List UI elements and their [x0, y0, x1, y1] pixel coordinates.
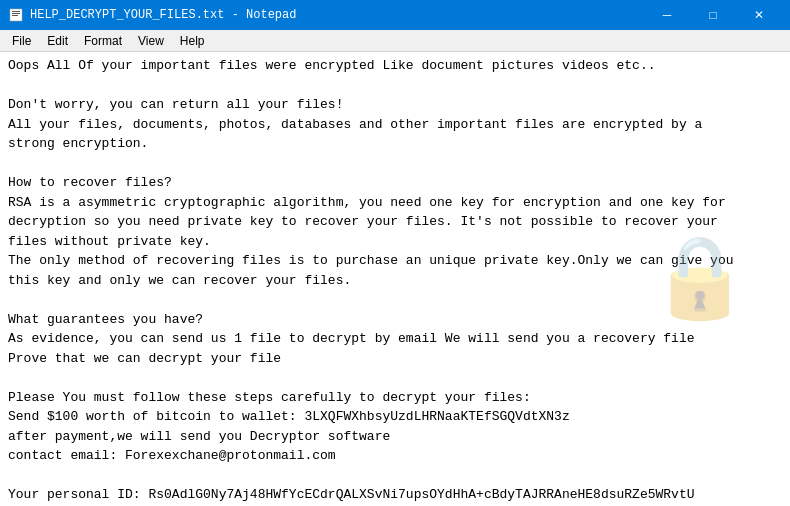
- menu-file[interactable]: File: [4, 32, 39, 50]
- maximize-button[interactable]: □: [690, 0, 736, 30]
- menu-bar: File Edit Format View Help: [0, 30, 790, 52]
- close-button[interactable]: ✕: [736, 0, 782, 30]
- notepad-icon: [8, 7, 24, 23]
- svg-rect-1: [12, 11, 20, 12]
- window-controls: ─ □ ✕: [644, 0, 782, 30]
- menu-edit[interactable]: Edit: [39, 32, 76, 50]
- content-area[interactable]: 🔒 Oops All Of your important files were …: [0, 52, 790, 506]
- svg-rect-3: [12, 15, 18, 16]
- menu-help[interactable]: Help: [172, 32, 213, 50]
- notepad-content: Oops All Of your important files were en…: [8, 56, 782, 506]
- minimize-button[interactable]: ─: [644, 0, 690, 30]
- menu-format[interactable]: Format: [76, 32, 130, 50]
- title-bar: HELP_DECRYPT_YOUR_FILES.txt - Notepad ─ …: [0, 0, 790, 30]
- svg-rect-2: [12, 13, 20, 14]
- title-bar-left: HELP_DECRYPT_YOUR_FILES.txt - Notepad: [8, 7, 296, 23]
- window-title: HELP_DECRYPT_YOUR_FILES.txt - Notepad: [30, 8, 296, 22]
- menu-view[interactable]: View: [130, 32, 172, 50]
